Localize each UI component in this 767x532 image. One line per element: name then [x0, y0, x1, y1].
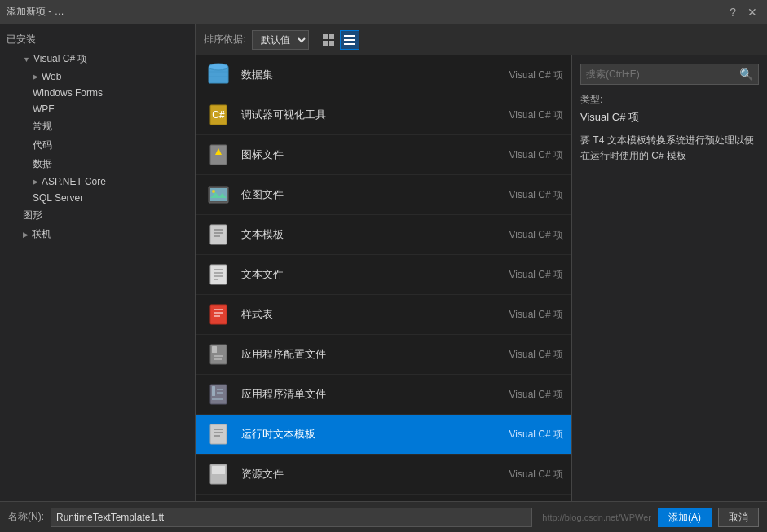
item-category: Visual C# 项	[498, 188, 563, 202]
svg-rect-6	[344, 43, 355, 45]
sidebar-item-code[interactable]: 代码	[0, 136, 195, 155]
sidebar-item-sql-server[interactable]: SQL Server	[0, 190, 195, 206]
item-category: Visual C# 项	[498, 388, 563, 402]
sidebar-item-windows-forms[interactable]: Windows Forms	[0, 85, 195, 101]
item-category: Visual C# 项	[498, 348, 563, 362]
item-icon-icon-file	[204, 140, 233, 169]
sidebar-item-web[interactable]: ▶ Web	[0, 68, 195, 85]
item-icon-resource	[204, 459, 233, 489]
svg-text:C#: C#	[212, 109, 225, 121]
svg-point-18	[212, 190, 215, 193]
item-name: 图标文件	[241, 147, 498, 162]
svg-rect-2	[323, 41, 328, 46]
item-name: 文本文件	[241, 267, 498, 282]
svg-rect-23	[210, 265, 227, 284]
dialog-body: 已安装 ▼ Visual C# 项 ▶ Web Windows Forms WP…	[0, 24, 767, 501]
search-box[interactable]: 🔍	[580, 64, 759, 85]
list-item[interactable]: 文本文件 Visual C# 项	[196, 255, 571, 295]
toolbar: 排序依据: 默认值	[196, 24, 767, 55]
info-panel: 🔍 类型: Visual C# 项 要 T4 文本模板转换系统进行预处理以便在运…	[571, 55, 767, 501]
list-item[interactable]: 文本模板 Visual C# 项	[196, 215, 571, 255]
svg-rect-0	[323, 34, 328, 39]
sidebar-item-remote[interactable]: ▶ 联机	[0, 225, 195, 244]
items-list[interactable]: 数据集 Visual C# 项 C# 调试器可视化工具 Visual C# 项	[196, 55, 571, 501]
svg-rect-5	[344, 39, 355, 41]
item-name: 资源文件	[241, 467, 498, 481]
list-item[interactable]: 应用程序清单文件 Visual C# 项	[196, 375, 571, 415]
list-item[interactable]: C# 调试器可视化工具 Visual C# 项	[196, 95, 571, 135]
list-item[interactable]: 样式表 Visual C# 项	[196, 295, 571, 335]
svg-rect-33	[212, 346, 217, 353]
content-area: 数据集 Visual C# 项 C# 调试器可视化工具 Visual C# 项	[196, 55, 767, 501]
item-name: 样式表	[241, 307, 498, 322]
item-category: Visual C# 项	[498, 308, 563, 322]
item-icon-stylesheet	[204, 300, 233, 329]
item-icon-config	[204, 340, 233, 369]
installed-header[interactable]: 已安装	[0, 29, 195, 50]
sort-label: 排序依据:	[204, 33, 245, 46]
list-item-runtime-template[interactable]: 运行时文本模板 Visual C# 项	[196, 415, 571, 455]
expand-arrow: ▶	[33, 178, 38, 186]
list-item[interactable]: 图标文件 Visual C# 项	[196, 135, 571, 175]
svg-rect-41	[210, 424, 227, 444]
grid-view-button[interactable]	[319, 30, 338, 50]
info-description: 要 T4 文本模板转换系统进行预处理以便在运行时使用的 C# 模板	[580, 133, 759, 164]
watermark: http://blog.csdn.net/WPWer	[542, 512, 651, 522]
item-category: Visual C# 项	[498, 468, 563, 481]
search-input[interactable]	[581, 65, 734, 83]
expand-arrow: ▼	[23, 55, 30, 64]
svg-point-8	[209, 64, 228, 70]
search-icon: 🔍	[734, 64, 758, 84]
item-name: 运行时文本模板	[241, 427, 498, 442]
list-item[interactable]: 自定义控件 Visual C# 项	[196, 495, 571, 501]
item-name: 数据集	[241, 68, 498, 82]
svg-rect-1	[329, 34, 334, 39]
item-category: Visual C# 项	[498, 428, 563, 442]
sidebar-item-aspnet-core[interactable]: ▶ ASP.NET Core	[0, 174, 195, 190]
sidebar-item-general[interactable]: 常规	[0, 117, 195, 136]
item-name: 应用程序配置文件	[241, 347, 498, 362]
list-item[interactable]: 位图文件 Visual C# 项	[196, 175, 571, 215]
titlebar: 添加新项 - … ? ✕	[0, 0, 767, 24]
item-icon-debugger: C#	[204, 100, 233, 130]
item-category: Visual C# 项	[498, 268, 563, 282]
dialog-title: 添加新项 - …	[7, 5, 64, 19]
svg-rect-28	[210, 305, 227, 324]
type-label: 类型:	[580, 93, 759, 107]
name-label: 名称(N):	[8, 510, 44, 524]
help-button[interactable]: ?	[726, 6, 739, 19]
item-icon-text-file	[204, 260, 233, 289]
cancel-button[interactable]: 取消	[718, 508, 759, 527]
item-name: 应用程序清单文件	[241, 387, 498, 402]
sidebar-item-visual-csharp[interactable]: ▼ Visual C# 项	[0, 50, 195, 68]
sidebar-item-graphics[interactable]: 图形	[0, 206, 195, 225]
svg-rect-3	[329, 41, 334, 46]
list-item[interactable]: 数据集 Visual C# 项	[196, 55, 571, 95]
footer: 名称(N): http://blog.csdn.net/WPWer 添加(A) …	[0, 501, 767, 532]
sidebar-item-data[interactable]: 数据	[0, 155, 195, 174]
add-button[interactable]: 添加(A)	[658, 508, 712, 527]
svg-rect-46	[212, 466, 225, 474]
main-panel: 排序依据: 默认值	[196, 24, 767, 501]
item-category: Visual C# 项	[498, 148, 563, 162]
list-view-button[interactable]	[340, 30, 359, 50]
item-name: 文本模板	[241, 227, 498, 242]
sidebar: 已安装 ▼ Visual C# 项 ▶ Web Windows Forms WP…	[0, 24, 196, 501]
item-icon-runtime-template	[204, 420, 233, 449]
close-button[interactable]: ✕	[744, 6, 760, 19]
type-value: Visual C# 项	[580, 110, 759, 125]
sort-select[interactable]: 默认值	[252, 30, 309, 50]
item-icon-dataset	[204, 60, 233, 90]
item-icon-manifest	[204, 380, 233, 409]
item-name: 调试器可视化工具	[241, 108, 498, 122]
svg-rect-19	[210, 225, 227, 244]
item-category: Visual C# 项	[498, 108, 563, 122]
svg-rect-37	[212, 386, 215, 396]
list-item[interactable]: 资源文件 Visual C# 项	[196, 455, 571, 495]
item-category: Visual C# 项	[498, 68, 563, 82]
list-item[interactable]: 应用程序配置文件 Visual C# 项	[196, 335, 571, 375]
view-toggle	[319, 30, 359, 50]
expand-arrow: ▶	[23, 231, 29, 239]
filename-input[interactable]	[51, 508, 532, 527]
sidebar-item-wpf[interactable]: WPF	[0, 101, 195, 117]
